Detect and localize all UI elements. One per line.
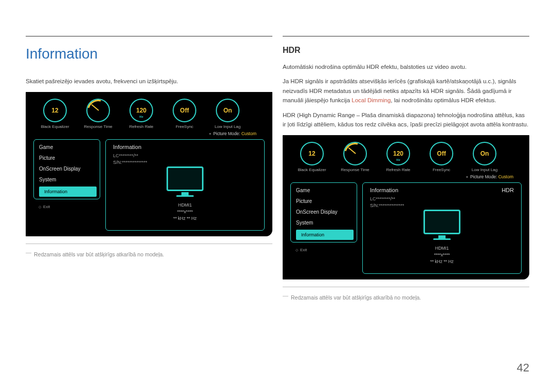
gauge-black-equalizer: 12 xyxy=(43,99,67,122)
monitor-icon: HDMI1 ****x**** ** kHz ** Hz xyxy=(370,210,514,264)
menu-item-information[interactable]: Information xyxy=(39,186,97,197)
menu-item-game[interactable]: Game xyxy=(291,185,357,196)
note-divider xyxy=(26,244,272,244)
gauge-freesync: Off xyxy=(173,99,196,122)
osd-content-panel: Information LC********/** S/N:**********… xyxy=(105,139,265,231)
content-title: Information xyxy=(370,187,398,193)
osd-screenshot-left: 12Black Equalizer Response Time 120HzRef… xyxy=(26,92,272,236)
gauge-label: Response Time xyxy=(84,124,113,129)
hdr-para2: Ja HDR signāls ir apstrādāts atsevišķās … xyxy=(283,77,529,105)
intro-text: Skatiet pašreizējo ievades avotu, frekve… xyxy=(26,77,272,86)
gauge-row: 12Black Equalizer Response Time 120HzRef… xyxy=(283,136,529,173)
resolution-label: ****x**** xyxy=(434,252,450,257)
hdr-para3: HDR (High Dynamic Range – Plaša dinamisk… xyxy=(283,110,529,129)
gauge-label: Refresh Rate xyxy=(386,167,410,172)
local-dimming-label: Local Dimming xyxy=(351,97,391,103)
menu-item-information[interactable]: Information xyxy=(296,230,354,240)
heading-hdr: HDR xyxy=(283,46,529,55)
gauge-low-input-lag: On xyxy=(216,99,239,122)
serial-line: S/N:************** xyxy=(370,203,514,208)
content-extra-hdr: HDR xyxy=(502,187,514,193)
input-label: HDMI1 xyxy=(435,246,449,251)
gauge-low-input-lag: On xyxy=(473,142,496,165)
osd-content-panel: Information HDR LC********/** S/N:******… xyxy=(362,182,522,274)
model-line: LC********/** xyxy=(113,153,257,158)
monitor-icon: HDMI1 ****x**** ** kHz ** Hz xyxy=(113,166,257,221)
gauge-label: Low Input Lag xyxy=(472,167,497,172)
osd-menu: Game Picture OnScreen Display System Inf… xyxy=(33,139,100,199)
gauge-label: FreeSync xyxy=(433,167,450,172)
gauge-refresh-rate: 120Hz xyxy=(130,99,153,122)
osd-screenshot-right: 12Black Equalizer Response Time 120HzRef… xyxy=(283,135,529,279)
note-divider xyxy=(283,287,529,287)
serial-line: S/N:************** xyxy=(113,160,257,165)
exit-hint: Exit xyxy=(290,248,357,252)
gauge-label: Black Equalizer xyxy=(41,124,69,129)
content-title: Information xyxy=(113,144,141,150)
gauge-label: Low Input Lag xyxy=(215,124,240,129)
gauge-black-equalizer: 12 xyxy=(300,142,324,165)
divider xyxy=(283,36,529,36)
exit-hint: Exit xyxy=(33,204,100,209)
heading-information: Information xyxy=(26,46,272,62)
right-column: HDR Automātiski nodrošina optimālu HDR e… xyxy=(283,36,529,301)
menu-wrap: Game Picture OnScreen Display System Inf… xyxy=(33,139,100,231)
menu-item-picture[interactable]: Picture xyxy=(34,153,100,163)
frequency-label: ** kHz ** Hz xyxy=(173,216,196,221)
menu-item-onscreen-display[interactable]: OnScreen Display xyxy=(34,163,100,174)
menu-item-onscreen-display[interactable]: OnScreen Display xyxy=(291,207,357,217)
menu-item-system[interactable]: System xyxy=(291,217,357,228)
divider xyxy=(26,36,272,36)
footnote: Redzamais attēls var būt atšķirīgs atkar… xyxy=(283,294,529,301)
menu-item-picture[interactable]: Picture xyxy=(291,196,357,207)
gauge-response-time xyxy=(86,99,110,122)
menu-wrap: Game Picture OnScreen Display System Inf… xyxy=(290,182,357,274)
picture-mode-row: Picture Mode: Custom xyxy=(26,130,272,139)
gauge-freesync: Off xyxy=(430,142,453,165)
gauge-row: 12Black Equalizer Response Time 120HzRef… xyxy=(26,92,272,130)
gauge-label: FreeSync xyxy=(176,124,193,129)
osd-menu: Game Picture OnScreen Display System Inf… xyxy=(290,182,357,242)
page-number: 42 xyxy=(517,361,529,375)
frequency-label: ** kHz ** Hz xyxy=(430,259,453,264)
input-label: HDMI1 xyxy=(178,202,192,208)
footnote: Redzamais attēls var būt atšķirīgs atkar… xyxy=(26,251,272,257)
picture-mode-row: Picture Mode: Custom xyxy=(283,173,529,182)
gauge-label: Black Equalizer xyxy=(298,167,326,172)
menu-item-game[interactable]: Game xyxy=(34,142,100,153)
menu-item-system[interactable]: System xyxy=(34,174,100,185)
gauge-response-time xyxy=(343,142,367,165)
model-line: LC********/** xyxy=(370,196,514,201)
resolution-label: ****x**** xyxy=(177,209,193,214)
gauge-refresh-rate: 120Hz xyxy=(386,142,410,165)
left-column: Information Skatiet pašreizējo ievades a… xyxy=(26,36,272,301)
gauge-label: Response Time xyxy=(341,167,369,172)
gauge-label: Refresh Rate xyxy=(129,124,153,129)
hdr-para1: Automātiski nodrošina optimālu HDR efekt… xyxy=(283,62,529,71)
